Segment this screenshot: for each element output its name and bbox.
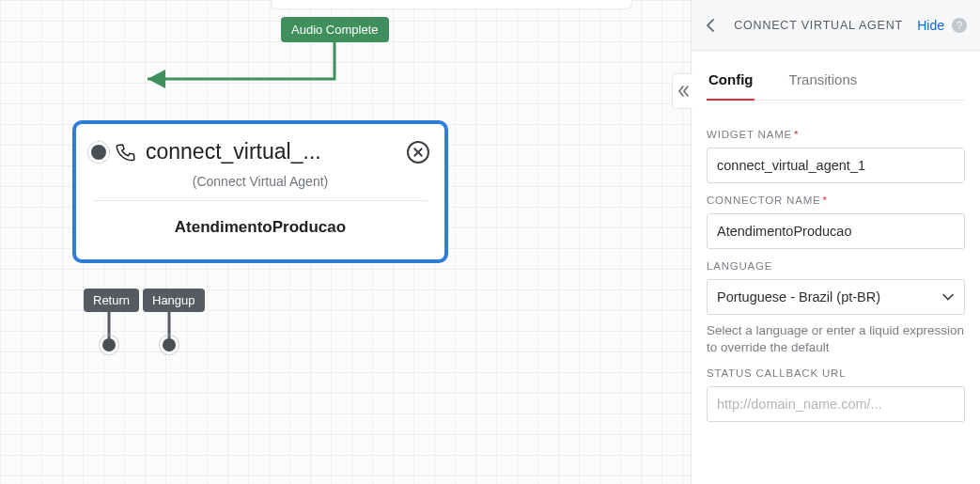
status-callback-label: STATUS CALLBACK URL <box>707 367 965 379</box>
panel-header: CONNECT VIRTUAL AGENT Hide ? <box>692 0 980 51</box>
help-icon[interactable]: ? <box>952 18 967 33</box>
input-port-dot[interactable] <box>91 145 106 160</box>
output-port-hangup[interactable] <box>163 338 176 351</box>
status-callback-input[interactable] <box>707 386 965 422</box>
panel-tabs: Config Transitions <box>707 51 965 101</box>
widget-node-connect-virtual-agent[interactable]: connect_virtual_... (Connect Virtual Age… <box>72 120 448 263</box>
language-select[interactable] <box>707 279 965 315</box>
language-label: LANGUAGE <box>707 260 965 272</box>
connector-name-label: CONNECTOR NAME* <box>707 195 965 206</box>
chevron-left-icon <box>706 19 715 32</box>
panel-title: CONNECT VIRTUAL AGENT <box>727 19 910 32</box>
connector-name-input[interactable] <box>707 213 965 249</box>
widget-node-type-label: (Connect Virtual Agent) <box>76 174 444 200</box>
phone-icon <box>115 141 137 164</box>
language-helper-text: Select a language or enter a liquid expr… <box>707 322 965 356</box>
chevrons-left-icon <box>677 85 690 98</box>
output-port-return[interactable] <box>102 338 116 351</box>
delete-node-button[interactable] <box>407 141 429 164</box>
back-button[interactable] <box>701 16 720 35</box>
hide-panel-link[interactable]: Hide <box>917 18 944 33</box>
widget-node-connector-value: AtendimentoProducao <box>76 201 444 259</box>
svg-marker-0 <box>148 70 165 88</box>
flow-canvas[interactable]: Audio Complete connect_virtual_... (Conn… <box>0 0 691 484</box>
collapse-panel-button[interactable] <box>672 73 692 109</box>
transition-pill-return[interactable]: Return <box>84 289 139 312</box>
widget-name-label: WIDGET NAME* <box>707 129 965 140</box>
transition-pill-audio-complete[interactable]: Audio Complete <box>281 17 389 42</box>
widget-node-title: connect_virtual_... <box>146 139 397 164</box>
upstream-node-stub <box>271 0 632 9</box>
tab-transitions[interactable]: Transitions <box>786 71 859 101</box>
transition-pill-hangup[interactable]: Hangup <box>143 289 205 312</box>
config-form: WIDGET NAME* CONNECTOR NAME* LANGUAGE Se… <box>692 101 980 422</box>
config-panel: CONNECT VIRTUAL AGENT Hide ? Config Tran… <box>691 0 980 484</box>
widget-name-input[interactable] <box>707 148 965 183</box>
tab-config[interactable]: Config <box>707 71 754 101</box>
